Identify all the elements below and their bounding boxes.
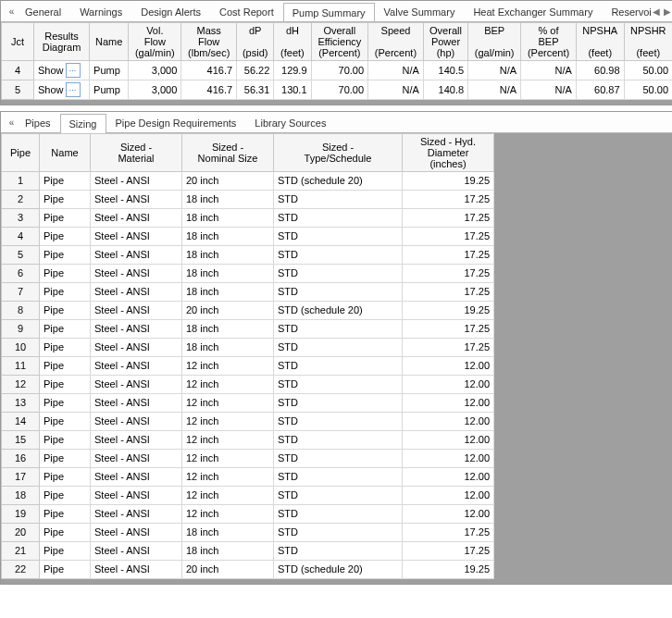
cell-id[interactable]: 20 xyxy=(2,524,40,542)
cell-sch: STD xyxy=(274,209,403,228)
sizing-row[interactable]: 14PipeSteel - ANSI12 inchSTD12.00 xyxy=(2,413,494,431)
sizing-row[interactable]: 7PipeSteel - ANSI18 inchSTD17.25 xyxy=(2,283,494,302)
tab-warnings[interactable]: Warnings xyxy=(70,2,131,21)
sizing-row[interactable]: 2PipeSteel - ANSI18 inchSTD17.25 xyxy=(2,191,494,209)
collapse-chevron-icon[interactable]: « xyxy=(5,117,16,128)
show-diagram-button[interactable]: ... xyxy=(66,63,81,78)
tab-sizing[interactable]: Sizing xyxy=(60,114,106,133)
sizing-row[interactable]: 19PipeSteel - ANSI12 inchSTD12.00 xyxy=(2,505,494,524)
cell-nom: 18 inch xyxy=(182,542,274,561)
tab-pump-summary[interactable]: Pump Summary xyxy=(283,3,375,21)
cell-id[interactable]: 10 xyxy=(2,339,40,357)
sizing-col-header[interactable]: Sized - Material xyxy=(91,134,182,172)
row-header[interactable]: 5 xyxy=(2,80,34,100)
show-diagram-button[interactable]: ... xyxy=(66,82,81,97)
sizing-col-header[interactable]: Name xyxy=(40,134,91,172)
sizing-row[interactable]: 11PipeSteel - ANSI12 inchSTD12.00 xyxy=(2,357,494,376)
cell-id[interactable]: 19 xyxy=(2,505,40,524)
pump-col-header[interactable]: Mass Flow (lbm/sec) xyxy=(181,23,237,61)
cell-id[interactable]: 16 xyxy=(2,450,40,468)
sizing-row[interactable]: 12PipeSteel - ANSI12 inchSTD12.00 xyxy=(2,376,494,394)
tab-valve-summary[interactable]: Valve Summary xyxy=(375,2,465,21)
cell-id[interactable]: 17 xyxy=(2,468,40,487)
pump-col-header[interactable]: Name xyxy=(90,23,129,61)
sizing-row[interactable]: 3PipeSteel - ANSI18 inchSTD17.25 xyxy=(2,209,494,228)
cell-id[interactable]: 3 xyxy=(2,209,40,228)
cell-mat: Steel - ANSI xyxy=(91,246,182,265)
tab-pipes[interactable]: Pipes xyxy=(16,113,60,132)
sizing-row[interactable]: 20PipeSteel - ANSI18 inchSTD17.25 xyxy=(2,524,494,542)
pump-row[interactable]: 4Show...Pump3,000416.756.22129.970.00N/A… xyxy=(2,61,673,80)
sizing-col-header[interactable]: Sized - Type/Schedule xyxy=(274,134,403,172)
sizing-row[interactable]: 8PipeSteel - ANSI20 inchSTD (schedule 20… xyxy=(2,302,494,320)
sizing-table: PipeNameSized - MaterialSized - Nominal … xyxy=(1,133,494,579)
pump-col-header[interactable]: NPSHA (feet) xyxy=(576,23,624,61)
pump-col-header[interactable]: Vol. Flow (gal/min) xyxy=(129,23,181,61)
sizing-row[interactable]: 5PipeSteel - ANSI18 inchSTD17.25 xyxy=(2,246,494,265)
cell-bep: N/A xyxy=(468,61,521,80)
cell-id[interactable]: 18 xyxy=(2,487,40,505)
sizing-row[interactable]: 6PipeSteel - ANSI18 inchSTD17.25 xyxy=(2,265,494,283)
pump-col-header[interactable]: dH (feet) xyxy=(274,23,311,61)
cell-id[interactable]: 4 xyxy=(2,228,40,246)
cell-id[interactable]: 5 xyxy=(2,246,40,265)
cell-name: Pipe xyxy=(40,413,91,431)
sizing-col-header[interactable]: Pipe xyxy=(2,134,40,172)
cell-id[interactable]: 14 xyxy=(2,413,40,431)
tab-scroll-left-icon[interactable]: ◀ xyxy=(651,6,662,17)
cell-id[interactable]: 6 xyxy=(2,265,40,283)
cell-nom: 18 inch xyxy=(182,524,274,542)
cell-sch: STD xyxy=(274,228,403,246)
tab-library-sources[interactable]: Library Sources xyxy=(245,113,335,132)
pump-col-header[interactable]: Speed (Percent) xyxy=(368,23,424,61)
cell-id[interactable]: 15 xyxy=(2,431,40,450)
cell-id[interactable]: 2 xyxy=(2,191,40,209)
sizing-row[interactable]: 22PipeSteel - ANSI20 inchSTD (schedule 2… xyxy=(2,561,494,579)
sizing-row[interactable]: 9PipeSteel - ANSI18 inchSTD17.25 xyxy=(2,320,494,339)
tab-cost-report[interactable]: Cost Report xyxy=(210,2,283,21)
sizing-row[interactable]: 17PipeSteel - ANSI12 inchSTD12.00 xyxy=(2,468,494,487)
pump-col-header[interactable]: BEP (gal/min) xyxy=(468,23,521,61)
sizing-row[interactable]: 13PipeSteel - ANSI12 inchSTD12.00 xyxy=(2,394,494,413)
tab-heat-exchanger-summary[interactable]: Heat Exchanger Summary xyxy=(464,2,602,21)
pump-col-header[interactable]: NPSHR (feet) xyxy=(624,23,672,61)
cell-id[interactable]: 22 xyxy=(2,561,40,579)
sizing-row[interactable]: 16PipeSteel - ANSI12 inchSTD12.00 xyxy=(2,450,494,468)
sizing-row[interactable]: 21PipeSteel - ANSI18 inchSTD17.25 xyxy=(2,542,494,561)
tab-pipe-design-requirements[interactable]: Pipe Design Requirements xyxy=(106,113,246,132)
cell-id[interactable]: 11 xyxy=(2,357,40,376)
cell-id[interactable]: 12 xyxy=(2,376,40,394)
cell-id[interactable]: 9 xyxy=(2,320,40,339)
tab-reservoir-sur[interactable]: Reservoir Sur xyxy=(602,2,651,21)
panel-resize-bar[interactable] xyxy=(1,579,672,584)
tab-scroll-right-icon[interactable]: ▶ xyxy=(662,6,672,17)
cell-dia: 19.25 xyxy=(403,561,494,579)
cell-sch: STD (schedule 20) xyxy=(274,302,403,320)
sizing-row[interactable]: 10PipeSteel - ANSI18 inchSTD17.25 xyxy=(2,339,494,357)
cell-nom: 18 inch xyxy=(182,320,274,339)
sizing-row[interactable]: 18PipeSteel - ANSI12 inchSTD12.00 xyxy=(2,487,494,505)
tab-general[interactable]: General xyxy=(16,2,70,21)
collapse-chevron-icon[interactable]: « xyxy=(5,6,16,17)
cell-name: Pipe xyxy=(40,209,91,228)
pump-col-header[interactable]: % of BEP (Percent) xyxy=(521,23,577,61)
sizing-row[interactable]: 1PipeSteel - ANSI20 inchSTD (schedule 20… xyxy=(2,172,494,191)
cell-id[interactable]: 13 xyxy=(2,394,40,413)
row-header[interactable]: 4 xyxy=(2,61,34,80)
sizing-row[interactable]: 15PipeSteel - ANSI12 inchSTD12.00 xyxy=(2,431,494,450)
cell-id[interactable]: 1 xyxy=(2,172,40,191)
pump-col-header[interactable]: Results Diagram xyxy=(34,23,90,61)
pump-row[interactable]: 5Show...Pump3,000416.756.31130.170.00N/A… xyxy=(2,80,673,100)
tab-design-alerts[interactable]: Design Alerts xyxy=(131,2,210,21)
panel-resize-bar[interactable] xyxy=(1,100,672,105)
cell-id[interactable]: 21 xyxy=(2,542,40,561)
pump-col-header[interactable]: dP (psid) xyxy=(237,23,274,61)
pump-col-header[interactable]: Overall Power (hp) xyxy=(423,23,467,61)
sizing-col-header[interactable]: Sized - Hyd. Diameter (inches) xyxy=(403,134,494,172)
cell-id[interactable]: 7 xyxy=(2,283,40,302)
cell-id[interactable]: 8 xyxy=(2,302,40,320)
pump-col-header[interactable]: Jct xyxy=(2,23,34,61)
pump-col-header[interactable]: Overall Efficiency (Percent) xyxy=(311,23,368,61)
sizing-row[interactable]: 4PipeSteel - ANSI18 inchSTD17.25 xyxy=(2,228,494,246)
sizing-col-header[interactable]: Sized - Nominal Size xyxy=(182,134,274,172)
